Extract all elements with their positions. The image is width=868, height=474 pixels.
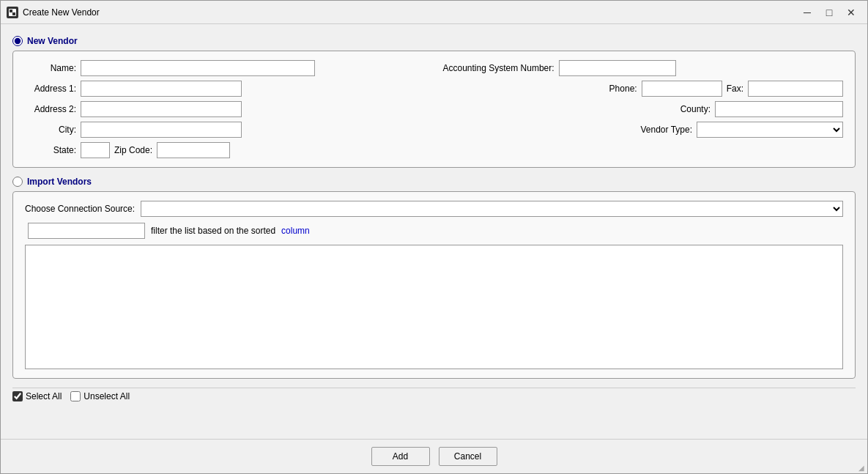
cancel-button[interactable]: Cancel bbox=[439, 447, 497, 466]
county-label: County: bbox=[680, 104, 711, 114]
form-left: Name: Address 1: Address 2: City: bbox=[25, 60, 426, 158]
form-right: Accounting System Number: Phone: Fax: Co… bbox=[443, 60, 844, 158]
new-vendor-section: New Vendor Name: Address 1: bbox=[12, 36, 856, 168]
phone-fax-row: Phone: Fax: bbox=[443, 81, 844, 97]
svg-rect-2 bbox=[12, 12, 15, 15]
phone-input[interactable] bbox=[642, 81, 722, 97]
import-vendors-box: Choose Connection Source: filter the lis… bbox=[12, 191, 856, 379]
name-input[interactable] bbox=[81, 60, 315, 76]
name-row: Name: bbox=[25, 60, 426, 76]
resize-corner: ◢ bbox=[858, 464, 864, 472]
accounting-row: Accounting System Number: bbox=[443, 60, 844, 76]
window-controls: ─ □ ✕ bbox=[797, 4, 861, 21]
column-link[interactable]: column bbox=[281, 226, 310, 236]
svg-rect-1 bbox=[10, 10, 12, 12]
county-row: County: bbox=[443, 101, 844, 117]
vendor-list-box[interactable] bbox=[25, 245, 843, 369]
title-bar: Create New Vendor ─ □ ✕ bbox=[1, 1, 867, 24]
import-form: Choose Connection Source: filter the lis… bbox=[25, 201, 843, 369]
accounting-label: Accounting System Number: bbox=[443, 63, 554, 73]
minimize-button[interactable]: ─ bbox=[797, 4, 817, 21]
connection-select[interactable] bbox=[141, 201, 843, 217]
new-vendor-radio-label[interactable]: New Vendor bbox=[12, 36, 856, 46]
new-vendor-form: Name: Address 1: Address 2: City: bbox=[25, 60, 843, 158]
new-vendor-radio[interactable] bbox=[12, 36, 23, 46]
state-input[interactable] bbox=[81, 142, 110, 158]
state-label: State: bbox=[25, 145, 76, 155]
address2-input[interactable] bbox=[81, 101, 242, 117]
name-label: Name: bbox=[25, 63, 76, 73]
import-vendors-radio[interactable] bbox=[12, 177, 23, 187]
zip-input[interactable] bbox=[157, 142, 230, 158]
phone-label: Phone: bbox=[609, 84, 637, 94]
city-input[interactable] bbox=[81, 122, 242, 138]
select-all-label[interactable]: Select All bbox=[12, 391, 62, 401]
select-all-checkbox[interactable] bbox=[12, 391, 23, 401]
city-row: City: bbox=[25, 122, 426, 138]
address1-input[interactable] bbox=[81, 81, 242, 97]
filter-row: filter the list based on the sorted colu… bbox=[25, 223, 843, 239]
filter-input[interactable] bbox=[28, 223, 145, 239]
window-content: New Vendor Name: Address 1: bbox=[1, 24, 867, 439]
unselect-all-label[interactable]: Unselect All bbox=[70, 391, 130, 401]
zip-label: Zip Code: bbox=[114, 145, 152, 155]
window-title: Create New Vendor bbox=[23, 7, 797, 18]
state-zip-row: State: Zip Code: bbox=[25, 142, 426, 158]
maximize-button[interactable]: □ bbox=[819, 4, 839, 21]
vendor-type-select[interactable] bbox=[697, 122, 843, 138]
add-button[interactable]: Add bbox=[371, 447, 430, 466]
unselect-all-checkbox[interactable] bbox=[70, 391, 81, 401]
filter-text: filter the list based on the sorted bbox=[151, 226, 275, 236]
app-icon bbox=[7, 7, 18, 18]
fax-input[interactable] bbox=[748, 81, 843, 97]
fax-label: Fax: bbox=[727, 84, 743, 94]
new-vendor-box: Name: Address 1: Address 2: City: bbox=[12, 51, 856, 168]
import-vendors-section: Import Vendors Choose Connection Source:… bbox=[12, 177, 856, 379]
address1-label: Address 1: bbox=[25, 84, 76, 94]
footer: Add Cancel bbox=[1, 439, 867, 473]
connection-label: Choose Connection Source: bbox=[25, 204, 135, 214]
address2-row: Address 2: bbox=[25, 101, 426, 117]
import-vendors-radio-label[interactable]: Import Vendors bbox=[12, 177, 856, 187]
main-window: Create New Vendor ─ □ ✕ New Vendor Name: bbox=[0, 0, 868, 474]
address2-label: Address 2: bbox=[25, 104, 76, 114]
accounting-input[interactable] bbox=[559, 60, 676, 76]
address1-row: Address 1: bbox=[25, 81, 426, 97]
close-button[interactable]: ✕ bbox=[841, 4, 861, 21]
bottom-controls: Select All Unselect All bbox=[12, 388, 856, 404]
vendor-type-label: Vendor Type: bbox=[641, 125, 693, 135]
vendor-type-row: Vendor Type: bbox=[443, 122, 844, 138]
connection-row: Choose Connection Source: bbox=[25, 201, 843, 217]
city-label: City: bbox=[25, 125, 76, 135]
county-input[interactable] bbox=[715, 101, 843, 117]
